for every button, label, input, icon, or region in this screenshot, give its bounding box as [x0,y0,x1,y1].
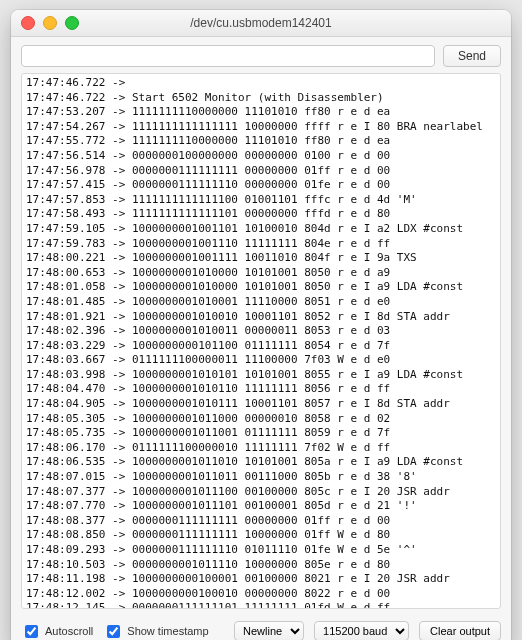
command-input[interactable] [21,45,435,67]
console-output[interactable]: 17:47:46.722 -> 17:47:46.722 -> Start 65… [21,73,501,609]
clear-output-button[interactable]: Clear output [419,621,501,640]
window-controls [11,16,79,30]
bottom-bar: Autoscroll Show timestamp Newline 115200… [11,615,511,640]
close-icon[interactable] [21,16,35,30]
serial-monitor-window: /dev/cu.usbmodem142401 Send 17:47:46.722… [11,10,511,640]
autoscroll-input[interactable] [25,625,38,638]
autoscroll-checkbox[interactable]: Autoscroll [21,622,93,641]
console-text: 17:47:46.722 -> 17:47:46.722 -> Start 65… [26,76,496,609]
timestamp-checkbox[interactable]: Show timestamp [103,622,208,641]
timestamp-input[interactable] [107,625,120,638]
send-button[interactable]: Send [443,45,501,67]
minimize-icon[interactable] [43,16,57,30]
baud-rate-select[interactable]: 115200 baud [314,621,409,640]
window-title: /dev/cu.usbmodem142401 [11,16,511,30]
line-ending-select[interactable]: Newline [234,621,304,640]
input-row: Send [11,37,511,73]
zoom-icon[interactable] [65,16,79,30]
titlebar: /dev/cu.usbmodem142401 [11,10,511,37]
timestamp-label: Show timestamp [127,625,208,637]
autoscroll-label: Autoscroll [45,625,93,637]
